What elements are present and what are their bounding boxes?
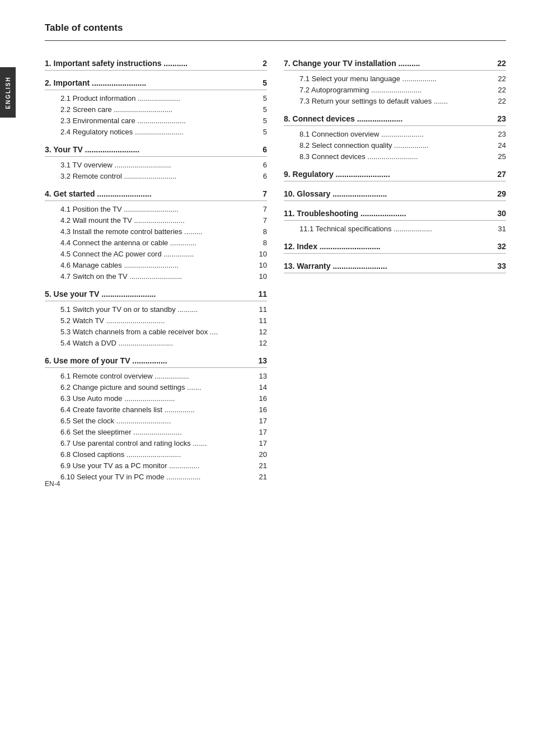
toc-item: 6.9 Use your TV as a PC monitor ........…	[45, 460, 267, 471]
section-title: 1. Important safety instructions .......…	[45, 59, 188, 68]
toc-item: 2.4 Regulatory notices .................…	[45, 126, 267, 137]
section-header: 4. Get started .........................…	[45, 189, 267, 201]
item-label: 8.2 Select connection quality ..........…	[299, 141, 495, 150]
toc-item: 2.2 Screen care ........................…	[45, 104, 267, 115]
item-page: 13	[256, 372, 267, 380]
section-header: 9. Regulatory .........................2…	[284, 170, 506, 181]
toc-columns: 1. Important safety instructions .......…	[45, 51, 506, 482]
section-page: 30	[497, 209, 506, 218]
toc-item: 4.5 Connect the AC power cord ..........…	[45, 248, 267, 259]
item-page: 10	[256, 272, 267, 281]
section-page: 13	[258, 356, 267, 365]
item-label: 6.7 Use parental control and rating lock…	[60, 439, 256, 447]
item-label: 6.5 Set the clock ......................…	[60, 417, 256, 425]
section-page: 33	[497, 262, 506, 270]
item-label: 2.3 Environmental care .................…	[60, 116, 256, 125]
section-header: 3. Your TV .........................6	[45, 145, 267, 157]
section-title: 2. Important .........................	[45, 78, 146, 87]
section-page: 23	[497, 114, 506, 123]
toc-item: 3.1 TV overview ........................…	[45, 159, 267, 170]
toc-item: 4.2 Wall mount the TV ..................…	[45, 214, 267, 226]
item-label: 5.3 Watch channels from a cable receiver…	[60, 328, 256, 336]
item-page: 11	[256, 316, 267, 325]
item-page: 20	[256, 450, 267, 459]
section-header: 8. Connect devices .....................…	[284, 114, 506, 126]
section-page: 32	[497, 242, 506, 251]
toc-item: 6.4 Create favorite channels list ......…	[45, 404, 267, 415]
toc-item: 4.6 Manage cables ......................…	[45, 259, 267, 270]
item-page: 25	[495, 152, 506, 161]
section-page: 6	[263, 145, 267, 154]
item-label: 8.1 Connection overview ................…	[299, 130, 495, 138]
section-page: 11	[258, 290, 267, 298]
section-title: 6. Use more of your TV ................	[45, 356, 167, 365]
section-title: 12. Index ............................	[284, 242, 381, 251]
item-label: 8.3 Connect devices ....................…	[299, 152, 495, 161]
toc-item: 5.4 Watch a DVD ........................…	[45, 337, 267, 348]
item-label: 6.9 Use your TV as a PC monitor ........…	[60, 461, 256, 470]
section-page: 22	[497, 59, 506, 68]
item-page: 5	[256, 116, 267, 125]
language-tab: ENGLISH	[0, 67, 16, 118]
item-page: 10	[256, 250, 267, 258]
item-label: 6.2 Change picture and sound settings ..…	[60, 383, 256, 391]
section-title: 3. Your TV .........................	[45, 145, 139, 154]
item-page: 6	[256, 161, 267, 169]
language-label: ENGLISH	[5, 76, 11, 109]
item-label: 5.2 Watch TV ...........................…	[60, 316, 256, 325]
item-label: 6.1 Remote control overview ............…	[60, 372, 256, 380]
item-page: 17	[256, 439, 267, 447]
item-page: 7	[256, 205, 267, 213]
toc-item: 6.3 Use Auto mode ......................…	[45, 393, 267, 404]
toc-item: 8.1 Connection overview ................…	[284, 128, 506, 139]
item-page: 8	[256, 239, 267, 247]
toc-item: 3.2 Remote control .....................…	[45, 170, 267, 181]
item-label: 4.3 Install the remote control batteries…	[60, 227, 256, 236]
item-label: 5.1 Switch your TV on or to standby ....…	[60, 305, 256, 314]
item-page: 14	[256, 383, 267, 391]
toc-item: 5.2 Watch TV ...........................…	[45, 315, 267, 326]
toc-item: 2.1 Product information ................…	[45, 92, 267, 104]
toc-item: 11.1 Technical specifications ..........…	[284, 223, 506, 234]
item-label: 4.1 Position the TV ....................…	[60, 205, 256, 213]
section-header: 13. Warranty .........................33	[284, 262, 506, 273]
item-label: 6.10 Select your TV in PC mode .........…	[60, 473, 256, 481]
item-page: 10	[256, 261, 267, 269]
section-title: 4. Get started .........................	[45, 189, 152, 198]
toc-item: 8.2 Select connection quality ..........…	[284, 139, 506, 151]
item-page: 22	[495, 74, 506, 83]
section-title: 9. Regulatory .........................	[284, 170, 390, 179]
item-page: 21	[256, 461, 267, 470]
left-column: 1. Important safety instructions .......…	[45, 51, 267, 482]
toc-item: 4.7 Switch on the TV ...................…	[45, 270, 267, 282]
item-label: 6.8 Closed captions ....................…	[60, 450, 256, 459]
section-page: 7	[263, 189, 267, 198]
section-page: 29	[497, 189, 506, 198]
section-header: 7. Change your TV installation .........…	[284, 59, 506, 71]
toc-item: 4.1 Position the TV ....................…	[45, 203, 267, 214]
toc-item: 6.5 Set the clock ......................…	[45, 415, 267, 426]
section-header: 11. Troubleshooting ....................…	[284, 209, 506, 221]
toc-item: 4.4 Connect the antenna or cable .......…	[45, 237, 267, 248]
footer-label: EN-4	[45, 480, 60, 488]
item-page: 31	[495, 225, 506, 233]
item-label: 7.3 Return your settings to default valu…	[299, 97, 495, 105]
item-label: 3.2 Remote control .....................…	[60, 172, 256, 180]
section-title: 5. Use your TV .........................	[45, 290, 156, 298]
item-page: 22	[495, 97, 506, 105]
item-label: 6.3 Use Auto mode ......................…	[60, 394, 256, 403]
item-page: 5	[256, 128, 267, 136]
toc-item: 6.1 Remote control overview ............…	[45, 370, 267, 381]
section-header: 6. Use more of your TV ................1…	[45, 356, 267, 368]
item-page: 17	[256, 428, 267, 436]
item-label: 4.4 Connect the antenna or cable .......…	[60, 239, 256, 247]
item-label: 4.6 Manage cables ......................…	[60, 261, 256, 269]
item-page: 12	[256, 339, 267, 347]
item-page: 17	[256, 417, 267, 425]
item-label: 3.1 TV overview ........................…	[60, 161, 256, 169]
item-page: 12	[256, 328, 267, 336]
item-label: 2.1 Product information ................…	[60, 94, 256, 102]
item-label: 6.6 Set the sleeptimer .................…	[60, 428, 256, 436]
section-header: 5. Use your TV .........................…	[45, 290, 267, 301]
item-label: 2.4 Regulatory notices .................…	[60, 128, 256, 136]
